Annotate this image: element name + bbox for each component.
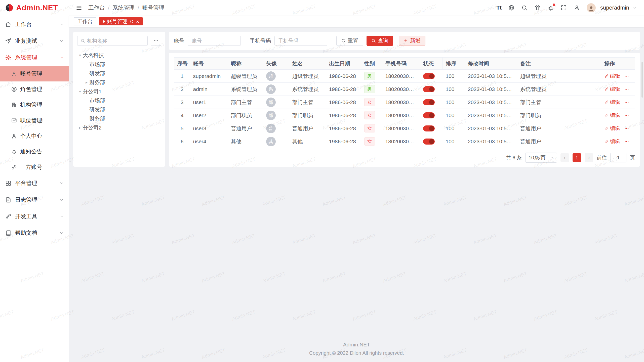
notification-icon[interactable] xyxy=(547,5,554,11)
role-icon xyxy=(11,86,17,92)
font-size-icon[interactable]: Tt xyxy=(496,5,502,11)
account-input[interactable] xyxy=(188,36,241,46)
cell-birth: 1986-06-28 xyxy=(326,83,361,96)
row-more-button[interactable] xyxy=(624,87,629,92)
tab-refresh-icon[interactable] xyxy=(130,19,134,24)
cell-remark: 超级管理员 xyxy=(517,70,601,83)
add-button[interactable]: 新增 xyxy=(399,36,425,46)
edit-button[interactable]: 编辑 xyxy=(604,112,620,119)
org-more-button[interactable] xyxy=(151,36,161,46)
app-logo[interactable]: Admin.NET xyxy=(0,0,69,16)
hamburger-menu-icon[interactable] xyxy=(76,5,82,11)
tree-node[interactable]: ▾大名科技 xyxy=(77,51,161,60)
goto-page-input[interactable] xyxy=(610,153,626,162)
status-toggle[interactable] xyxy=(423,73,435,79)
username[interactable]: superadmin xyxy=(600,5,629,11)
row-more-button[interactable] xyxy=(624,100,629,105)
sidebar-item-personal-center[interactable]: 个人中心 xyxy=(0,128,69,144)
status-toggle[interactable] xyxy=(423,86,435,92)
tree-caret-icon[interactable]: ▾ xyxy=(77,53,83,58)
page-number-button[interactable]: 1 xyxy=(573,153,581,162)
tree-node[interactable]: 市场部 xyxy=(77,96,161,105)
tab-label: 工作台 xyxy=(77,18,93,25)
row-more-button[interactable] xyxy=(624,139,629,144)
breadcrumb-item[interactable]: 工作台 xyxy=(88,4,105,12)
chevron-down-icon[interactable] xyxy=(633,6,637,10)
tab-workbench[interactable]: 工作台 xyxy=(74,17,96,25)
fullscreen-icon[interactable] xyxy=(560,5,567,11)
language-icon[interactable] xyxy=(508,5,515,11)
prev-page-button[interactable]: ‹ xyxy=(560,153,569,162)
next-page-button[interactable]: › xyxy=(585,153,593,162)
tree-node[interactable]: ▸财务部 xyxy=(77,78,161,87)
user-avatar[interactable] xyxy=(587,3,596,12)
tree-node[interactable]: 财务部 xyxy=(77,114,161,123)
edit-button[interactable]: 编辑 xyxy=(604,125,620,132)
row-more-button[interactable] xyxy=(624,74,629,79)
tree-node[interactable]: ▾分公司1 xyxy=(77,87,161,96)
sidebar-item-dev-tools[interactable]: 开发工具 xyxy=(0,208,69,225)
sidebar-item-label: 机构管理 xyxy=(20,101,42,109)
goto-label: 前往 xyxy=(597,154,607,161)
sidebar-item-org-manage[interactable]: 机构管理 xyxy=(0,97,69,113)
cell-status xyxy=(420,70,443,83)
edit-button[interactable]: 编辑 xyxy=(604,138,620,145)
cell-account: user3 xyxy=(190,122,228,135)
theme-icon[interactable] xyxy=(534,5,541,11)
query-bar: 账号 手机号码 重置 查询 新增 xyxy=(169,32,640,50)
tree-node[interactable]: 研发部 xyxy=(77,69,161,78)
sidebar-item-third-account[interactable]: 三方账号 xyxy=(0,159,69,175)
profile-icon[interactable] xyxy=(574,5,580,11)
accounts-table: 序号账号昵称头像姓名出生日期性别手机号码状态排序修改时间备注操作 1supera… xyxy=(174,57,635,148)
cell-avatar: 普 xyxy=(263,122,289,135)
sidebar-item-notice[interactable]: 通知公告 xyxy=(0,144,69,159)
row-more-button[interactable] xyxy=(624,113,629,118)
column-header-no: 序号 xyxy=(174,58,190,70)
tree-node[interactable]: ▸分公司2 xyxy=(77,123,161,132)
search-button[interactable]: 查询 xyxy=(367,36,393,46)
page-size-select[interactable]: 10条/页 xyxy=(525,153,557,163)
tree-node-label: 研发部 xyxy=(89,70,105,77)
edit-button[interactable]: 编辑 xyxy=(604,73,620,79)
sidebar-item-label: 职位管理 xyxy=(20,117,42,124)
breadcrumb-item[interactable]: 系统管理 xyxy=(112,4,135,12)
tab-account-manage[interactable]: 账号管理× xyxy=(99,17,143,25)
tree-caret-icon[interactable]: ▾ xyxy=(77,89,83,94)
tree-node-label: 市场部 xyxy=(89,97,105,104)
footer-title: Admin.NET xyxy=(69,342,644,348)
tree-node[interactable]: 研发部 xyxy=(77,105,161,114)
tree-caret-icon[interactable]: ▸ xyxy=(77,125,83,130)
sidebar-item-help-docs[interactable]: 帮助文档 xyxy=(0,225,69,241)
cell-actions: 编辑 xyxy=(601,70,635,83)
sidebar-item-system-manage[interactable]: 系统管理 xyxy=(0,49,69,66)
content-area: ▾大名科技市场部研发部▸财务部▾分公司1市场部研发部财务部▸分公司2 账号 手机… xyxy=(69,27,644,167)
status-toggle[interactable] xyxy=(423,112,435,118)
sidebar-item-workbench[interactable]: 工作台 xyxy=(0,16,69,33)
cell-nickname: 其他 xyxy=(228,135,263,148)
edit-button[interactable]: 编辑 xyxy=(604,99,620,106)
org-search-input[interactable] xyxy=(87,38,144,44)
sidebar-item-log-manage[interactable]: 日志管理 xyxy=(0,192,69,208)
tab-close-icon[interactable]: × xyxy=(136,19,139,24)
reset-button[interactable]: 重置 xyxy=(336,36,363,46)
scrollbar[interactable] xyxy=(641,62,643,98)
cell-modified: 2023-01-03 10:59:44 xyxy=(465,83,517,96)
sidebar-item-position-manage[interactable]: 职位管理 xyxy=(0,113,69,128)
status-toggle[interactable] xyxy=(423,99,435,105)
sidebar-item-account-manage[interactable]: 账号管理 xyxy=(0,66,69,81)
sidebar-item-role-manage[interactable]: 角色管理 xyxy=(0,81,69,97)
edit-button[interactable]: 编辑 xyxy=(604,86,620,93)
column-header-gender: 性别 xyxy=(361,58,382,70)
status-toggle[interactable] xyxy=(423,125,435,131)
status-toggle[interactable] xyxy=(423,139,435,145)
row-more-button[interactable] xyxy=(624,126,629,131)
tree-caret-icon[interactable]: ▸ xyxy=(84,80,89,85)
phone-input[interactable] xyxy=(274,36,327,46)
tab-bar: 工作台账号管理× xyxy=(69,16,644,27)
sidebar-item-platform-manage[interactable]: 平台管理 xyxy=(0,175,69,192)
tree-node[interactable]: 市场部 xyxy=(77,60,161,69)
search-icon[interactable] xyxy=(521,5,528,11)
column-header-nickname: 昵称 xyxy=(228,58,263,70)
sidebar-item-business-test[interactable]: 业务测试 xyxy=(0,33,69,49)
table-row: 3user1部门主管部部门主管1986-06-28女18020030720100… xyxy=(174,96,635,109)
